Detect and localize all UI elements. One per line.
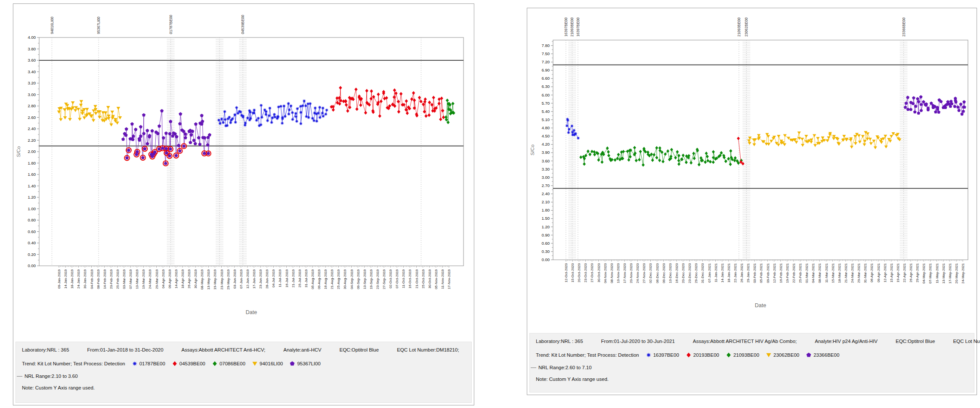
svg-text:03-Feb-2021: 03-Feb-2021 <box>753 263 757 283</box>
legend-nrl-range: NRL Range:2.10 to 3.60 <box>25 374 78 379</box>
svg-text:04-Jul-2019: 04-Jul-2019 <box>272 269 275 287</box>
svg-text:1.20: 1.20 <box>28 195 36 199</box>
svg-text:3.00: 3.00 <box>542 175 550 180</box>
svg-text:09-Sep-2019: 09-Sep-2019 <box>356 269 360 289</box>
svg-text:07-Mar-2019: 07-Mar-2019 <box>129 269 133 289</box>
svg-text:2.40: 2.40 <box>542 191 550 196</box>
svg-text:14-Feb-2019: 14-Feb-2019 <box>103 269 107 289</box>
legend-assays: Assays:Abbott ARCHITECT Anti-HCV; <box>182 347 266 352</box>
svg-text:2.80: 2.80 <box>28 103 36 108</box>
svg-text:21-Aug-2019: 21-Aug-2019 <box>330 269 334 289</box>
svg-text:0.90: 0.90 <box>542 233 550 237</box>
svg-text:5.40: 5.40 <box>542 109 550 114</box>
svg-text:1.20: 1.20 <box>542 224 550 229</box>
svg-text:24-Nov-2020: 24-Nov-2020 <box>636 263 640 283</box>
svg-text:6.60: 6.60 <box>542 76 550 81</box>
svg-text:0.00: 0.00 <box>28 263 36 268</box>
svg-text:18-Jan-2021: 18-Jan-2021 <box>727 263 731 282</box>
legend-note: Note: Custom Y Axis range used. <box>536 377 609 382</box>
legend-lot-item: 01787BE00 <box>132 361 165 367</box>
svg-text:25-Feb-2019: 25-Feb-2019 <box>116 269 120 289</box>
svg-text:1.80: 1.80 <box>28 161 36 165</box>
legend-date-range: From:01-Jan-2018 to 31-Dec-2020 <box>87 347 164 352</box>
trend-plot-hiv-combo: 16397BE0021093BE0016397BE0021093BE002306… <box>527 8 977 330</box>
svg-text:4.50: 4.50 <box>542 134 550 138</box>
chart-legend: Laboratory:NRL : 365 From:01-Jul-2020 to… <box>529 333 974 392</box>
legend-lot-label: 23366BE00 <box>813 352 839 358</box>
svg-text:08-Feb-2019: 08-Feb-2019 <box>96 269 100 289</box>
legend-lot-item: 20193BE00 <box>686 352 719 358</box>
legend-eqc-lot-number: EQC Lot Number:DM18210; <box>397 347 459 352</box>
svg-text:3.00: 3.00 <box>28 92 36 97</box>
svg-text:19-Mar-2019: 19-Mar-2019 <box>142 269 145 289</box>
svg-text:Date: Date <box>755 302 766 308</box>
svg-text:Date: Date <box>246 309 257 315</box>
legend-lot-item: 16397BE00 <box>646 352 679 358</box>
svg-text:16-Aug-2019: 16-Aug-2019 <box>324 269 328 289</box>
legend-laboratory: Laboratory:NRL : 365 <box>536 339 583 344</box>
chart-panel-hiv-combo: 16397BE0021093BE0016397BE0021093BE002306… <box>527 8 977 395</box>
svg-text:7.50: 7.50 <box>542 51 550 56</box>
svg-text:25-Jul-2019: 25-Jul-2019 <box>298 269 302 287</box>
svg-text:3.60: 3.60 <box>28 58 36 62</box>
svg-text:16-Feb-2021: 16-Feb-2021 <box>779 263 783 283</box>
svg-text:24-Jan-2019: 24-Jan-2019 <box>77 269 80 288</box>
svg-text:03-Mar-2019: 03-Mar-2019 <box>122 269 126 289</box>
svg-text:2.40: 2.40 <box>28 126 36 131</box>
svg-text:29-Apr-2021: 29-Apr-2021 <box>915 263 919 282</box>
lot-marker-icon <box>726 352 732 358</box>
svg-text:4.80: 4.80 <box>542 125 550 130</box>
legend-lot-label: 21093BE00 <box>733 352 759 358</box>
lot-marker-icon <box>806 352 812 358</box>
svg-text:08-Nov-2020: 08-Nov-2020 <box>610 263 614 283</box>
svg-text:23-Sep-2019: 23-Sep-2019 <box>376 269 380 289</box>
svg-text:22-Apr-2021: 22-Apr-2021 <box>903 263 906 282</box>
svg-text:12-Oct-2020: 12-Oct-2020 <box>564 263 568 282</box>
svg-text:23-May-2019: 23-May-2019 <box>220 269 224 290</box>
legend-nrl-range: NRL Range:2.60 to 7.10 <box>538 365 592 370</box>
svg-text:5.70: 5.70 <box>542 101 550 106</box>
svg-text:09-Apr-2019: 09-Apr-2019 <box>168 269 172 288</box>
svg-text:21093BE00: 21093BE00 <box>737 17 741 37</box>
lot-marker-icon <box>132 361 138 367</box>
svg-text:17-May-2021: 17-May-2021 <box>948 263 952 283</box>
svg-text:4.20: 4.20 <box>542 142 550 146</box>
svg-text:12-Feb-2021: 12-Feb-2021 <box>773 263 776 283</box>
svg-text:02-Oct-2019: 02-Oct-2019 <box>389 269 393 288</box>
svg-text:09-Dec-2020: 09-Dec-2020 <box>662 263 666 283</box>
svg-text:21-Mar-2021: 21-Mar-2021 <box>844 263 848 283</box>
svg-text:20-Dec-2020: 20-Dec-2020 <box>681 263 685 283</box>
svg-text:0.80: 0.80 <box>28 218 36 222</box>
svg-text:14-Jan-2019: 14-Jan-2019 <box>64 269 68 288</box>
svg-text:30-Aug-2019: 30-Aug-2019 <box>343 269 347 289</box>
legend-lot-item: 94016LI00 <box>252 361 283 367</box>
svg-text:16397BE00: 16397BE00 <box>564 17 568 37</box>
svg-text:20-Nov-2020: 20-Nov-2020 <box>629 263 633 283</box>
svg-text:1.50: 1.50 <box>542 216 550 221</box>
svg-text:09-Jan-2019: 09-Jan-2019 <box>57 269 61 288</box>
svg-text:1.60: 1.60 <box>28 172 36 177</box>
svg-text:30-Jan-2019: 30-Jan-2019 <box>83 269 87 288</box>
lot-marker-icon <box>252 361 258 367</box>
svg-text:1.40: 1.40 <box>28 184 36 188</box>
svg-text:27-Sep-2019: 27-Sep-2019 <box>382 269 386 289</box>
svg-text:20-Oct-2020: 20-Oct-2020 <box>577 263 581 282</box>
svg-text:03-Jun-2019: 03-Jun-2019 <box>233 269 237 288</box>
svg-text:17-Nov-2020: 17-Nov-2020 <box>623 263 627 283</box>
svg-text:94016LI00: 94016LI00 <box>50 17 54 34</box>
svg-text:19-Apr-2021: 19-Apr-2021 <box>896 263 900 282</box>
svg-text:11-Mar-2021: 11-Mar-2021 <box>825 263 829 283</box>
svg-text:16-Dec-2020: 16-Dec-2020 <box>675 263 679 283</box>
svg-text:25-Oct-2019: 25-Oct-2019 <box>421 269 425 288</box>
svg-text:17-Jun-2019: 17-Jun-2019 <box>252 269 256 288</box>
chart-panel-anti-hcv: 94016LI0095367LI0001787BE0004539BE000.00… <box>13 3 474 405</box>
svg-text:27-Oct-2020: 27-Oct-2020 <box>590 263 594 282</box>
svg-text:08-May-2019: 08-May-2019 <box>200 269 204 290</box>
svg-text:26-Apr-2021: 26-Apr-2021 <box>909 263 913 282</box>
svg-text:30-Oct-2019: 30-Oct-2019 <box>428 269 432 288</box>
svg-text:19-Sep-2019: 19-Sep-2019 <box>369 269 373 289</box>
svg-text:S/Co: S/Co <box>530 144 535 156</box>
svg-text:20-May-2021: 20-May-2021 <box>955 263 958 283</box>
legend-trend-label: Trend: Kit Lot Number; Test Process: Det… <box>536 352 639 358</box>
svg-text:11-Nov-2019: 11-Nov-2019 <box>441 269 445 289</box>
